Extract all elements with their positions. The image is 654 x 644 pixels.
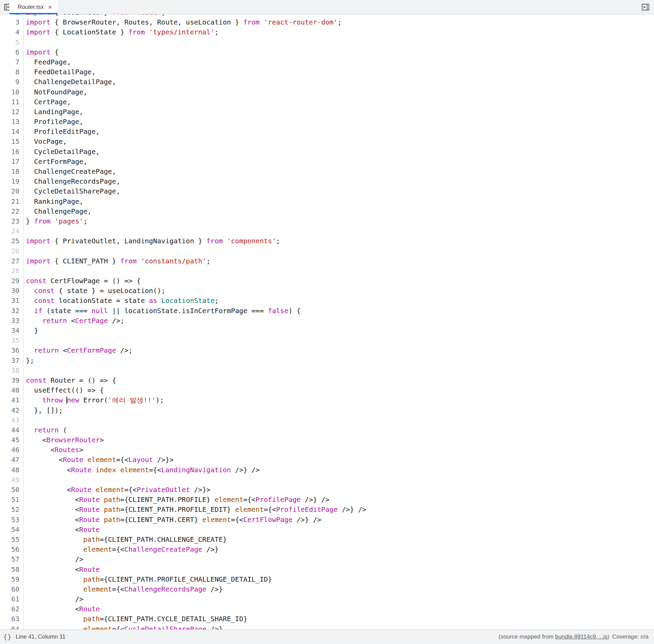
code-editor[interactable]: 2import { useEffect } from 'react';3impo… — [0, 14, 654, 629]
line-number[interactable]: 8 — [0, 67, 19, 77]
code-row[interactable]: 56 element={<ChallengeCreatePage />} — [0, 545, 654, 554]
line-number[interactable]: 49 — [0, 475, 19, 485]
line-number[interactable]: 48 — [0, 465, 19, 475]
code-row[interactable]: 31 const locationState = state as Locati… — [0, 296, 654, 306]
line-number[interactable]: 51 — [0, 495, 19, 505]
code-row[interactable]: 52 <Route path={CLIENT_PATH.PROFILE_EDIT… — [0, 505, 654, 515]
code-row[interactable]: 18 ChallengeCreatePage, — [0, 167, 654, 177]
line-number[interactable]: 39 — [0, 375, 19, 385]
line-number[interactable]: 21 — [0, 197, 19, 206]
code-row[interactable]: 59 path={CLIENT_PATH.PROFILE_CHALLENGE_D… — [0, 574, 654, 584]
code-row[interactable]: 30 const { state } = useLocation(); — [0, 286, 654, 296]
code-row[interactable]: 55 path={CLIENT_PATH.CHALLENGE_CREATE} — [0, 535, 654, 545]
line-number[interactable]: 58 — [0, 565, 19, 574]
code-row[interactable]: 29const CertFlowPage = () => { — [0, 276, 654, 286]
code-row[interactable]: 38 — [0, 366, 654, 375]
line-number[interactable]: 60 — [0, 584, 19, 594]
code-row[interactable]: 44 return ( — [0, 425, 654, 435]
code-row[interactable]: 27import { CLIENT_PATH } from 'constants… — [0, 256, 654, 266]
code-row[interactable]: 39const Router = () => { — [0, 375, 654, 385]
source-map-link[interactable]: bundle.89114c9….js — [555, 633, 608, 640]
line-number[interactable]: 38 — [0, 366, 19, 375]
show-debugger-icon[interactable] — [640, 2, 651, 12]
line-number[interactable]: 3 — [0, 17, 19, 27]
code-row[interactable]: 6import { — [0, 47, 654, 57]
line-number[interactable]: 46 — [0, 445, 19, 455]
line-number[interactable]: 52 — [0, 505, 19, 515]
line-number[interactable]: 32 — [0, 306, 19, 316]
line-number[interactable]: 11 — [0, 97, 19, 107]
line-number[interactable]: 13 — [0, 117, 19, 127]
code-row[interactable]: 45 <BrowserRouter> — [0, 435, 654, 445]
line-number[interactable]: 53 — [0, 515, 19, 525]
line-number[interactable]: 43 — [0, 415, 19, 425]
line-number[interactable]: 23 — [0, 216, 19, 226]
line-number[interactable]: 31 — [0, 296, 19, 306]
code-row[interactable]: 58 <Route — [0, 565, 654, 574]
line-number[interactable]: 28 — [0, 266, 19, 276]
code-row[interactable]: 26 — [0, 246, 654, 256]
pretty-print-button[interactable]: {} — [0, 630, 15, 644]
line-number[interactable]: 40 — [0, 385, 19, 395]
line-number[interactable]: 25 — [0, 236, 19, 246]
line-number[interactable]: 10 — [0, 87, 19, 97]
line-number[interactable]: 12 — [0, 107, 19, 117]
code-row[interactable]: 20 CycleDetailSharePage, — [0, 186, 654, 196]
code-row[interactable]: 22 ChallengePage, — [0, 206, 654, 216]
code-row[interactable]: 12 LandingPage, — [0, 107, 654, 117]
line-number[interactable]: 20 — [0, 186, 19, 196]
code-row[interactable]: 37}; — [0, 356, 654, 366]
line-number[interactable]: 62 — [0, 604, 19, 614]
line-number[interactable]: 5 — [0, 37, 19, 47]
line-number[interactable]: 35 — [0, 336, 19, 346]
line-number[interactable]: 27 — [0, 256, 19, 266]
code-row[interactable]: 62 <Route — [0, 604, 654, 614]
code-row[interactable]: 33 return <CertPage />; — [0, 316, 654, 326]
line-number[interactable]: 33 — [0, 316, 19, 326]
code-row[interactable]: 49 — [0, 475, 654, 485]
code-row[interactable]: 53 <Route path={CLIENT_PATH.CERT} elemen… — [0, 515, 654, 525]
close-icon[interactable]: × — [48, 3, 52, 11]
code-row[interactable]: 40 useEffect(() => { — [0, 385, 654, 395]
line-number[interactable]: 54 — [0, 525, 19, 535]
line-number[interactable]: 16 — [0, 147, 19, 157]
line-number[interactable]: 37 — [0, 356, 19, 366]
line-number[interactable]: 63 — [0, 614, 19, 624]
line-number[interactable]: 56 — [0, 545, 19, 554]
line-number[interactable]: 59 — [0, 574, 19, 584]
code-row[interactable]: 54 <Route — [0, 525, 654, 535]
line-number[interactable]: 57 — [0, 554, 19, 564]
code-row[interactable]: 46 <Routes> — [0, 445, 654, 455]
code-row[interactable]: 43 — [0, 415, 654, 425]
code-row[interactable]: 23} from 'pages'; — [0, 216, 654, 226]
line-number[interactable]: 14 — [0, 127, 19, 137]
line-number[interactable]: 44 — [0, 425, 19, 435]
line-number[interactable]: 61 — [0, 594, 19, 604]
line-number[interactable]: 29 — [0, 276, 19, 286]
code-row[interactable]: 61 /> — [0, 594, 654, 604]
code-row[interactable]: 16 CycleDetailPage, — [0, 147, 654, 157]
code-row[interactable]: 35 — [0, 336, 654, 346]
line-number[interactable]: 18 — [0, 167, 19, 177]
code-row[interactable]: 50 <Route element={<PrivateOutlet />}> — [0, 485, 654, 495]
code-row[interactable]: 8 FeedDetailPage, — [0, 67, 654, 77]
code-row[interactable]: 7 FeedPage, — [0, 57, 654, 67]
code-row[interactable]: 5 — [0, 37, 654, 47]
line-number[interactable]: 2 — [0, 14, 19, 17]
tab-router-tsx[interactable]: Router.tsx × — [10, 0, 58, 14]
code-row[interactable]: 13 ProfilePage, — [0, 117, 654, 127]
code-row[interactable]: 14 ProfileEditPage, — [0, 127, 654, 137]
code-row[interactable]: 3import { BrowserRouter, Routes, Route, … — [0, 17, 654, 27]
code-row[interactable]: 42 }, []); — [0, 405, 654, 415]
line-number[interactable]: 24 — [0, 226, 19, 236]
line-number[interactable]: 9 — [0, 77, 19, 87]
code-row[interactable]: 24 — [0, 226, 654, 236]
code-row[interactable]: 2import { useEffect } from 'react'; — [0, 14, 654, 17]
line-number[interactable]: 6 — [0, 47, 19, 57]
code-row[interactable]: 41 throw new Error('에러 발생!!'); — [0, 395, 654, 405]
line-number[interactable]: 50 — [0, 485, 19, 495]
code-row[interactable]: 4import { LocationState } from 'types/in… — [0, 27, 654, 37]
line-number[interactable]: 45 — [0, 435, 19, 445]
line-number[interactable]: 30 — [0, 286, 19, 296]
line-number[interactable]: 55 — [0, 535, 19, 545]
